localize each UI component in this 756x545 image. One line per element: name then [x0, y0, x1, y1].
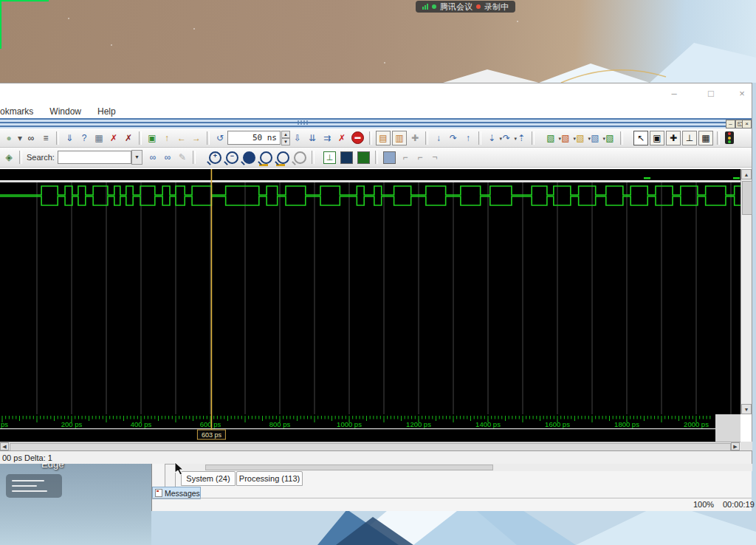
search-options-icon[interactable]: ✎	[175, 150, 190, 165]
toolbar-separator	[532, 131, 535, 145]
timeline-label: 2000 ps	[684, 420, 709, 428]
menu-help[interactable]: Help	[97, 106, 116, 117]
step-over-current-icon[interactable]: ↷▾	[499, 131, 514, 145]
now-line	[0, 428, 715, 429]
up-context-icon[interactable]: ↑	[159, 131, 174, 145]
menu-window[interactable]: Window	[49, 106, 81, 117]
zoom-sel-icon[interactable]	[294, 151, 306, 164]
search-down-icon[interactable]: ∞	[145, 150, 160, 165]
run-length-field[interactable]: 50 ns	[227, 131, 281, 145]
recording-dot-icon	[476, 4, 481, 9]
run-length-spinner[interactable]: ▲▼	[281, 131, 290, 145]
pane-header-bar[interactable]	[0, 118, 752, 129]
zoom-mode-icon[interactable]: ▣	[650, 131, 664, 145]
memory-icon[interactable]: ▦	[92, 131, 106, 145]
maximize-button[interactable]: □	[700, 87, 722, 100]
minimize-button[interactable]: –	[663, 87, 685, 100]
cursor-mode-icon[interactable]: ⊥	[682, 131, 697, 145]
save-icon[interactable]: ⇓	[62, 131, 77, 145]
back-icon[interactable]: ←	[174, 131, 189, 145]
step-into-current-icon[interactable]: ⇣▾	[484, 131, 499, 145]
bottom-status-bar: 100% 00:00:19	[152, 498, 752, 511]
stop-drivers-icon[interactable]	[725, 131, 734, 144]
break-icon[interactable]: ✗	[334, 131, 349, 145]
title-bar[interactable]: – □ ×	[0, 83, 752, 104]
tab-system[interactable]: System (24)	[181, 471, 236, 486]
run-all-icon[interactable]: ⇉	[320, 131, 334, 145]
cut-icon[interactable]: ✗	[106, 131, 121, 145]
expand-window-icon[interactable]: ◈	[1, 150, 16, 165]
step-out-icon[interactable]: ↑	[461, 131, 475, 145]
message-vertical-tab-label: Message	[165, 464, 166, 482]
step-out-current-icon[interactable]: ⇡	[514, 131, 529, 145]
restart-icon[interactable]: ↺	[213, 131, 227, 145]
timeline-label: 1600 ps	[545, 420, 570, 428]
add-schematic-icon[interactable]: ▧	[602, 131, 617, 145]
toolbar-wave: ◈Search:▼∞∞✎+−⊥⌐⌐¬	[0, 148, 752, 168]
zoom-full-icon[interactable]	[243, 151, 255, 164]
forward-icon[interactable]: →	[189, 131, 204, 145]
timeline-label: 400 ps	[131, 420, 152, 428]
waveform-canvas[interactable]: ps200 ps400 ps600 ps800 ps1000 ps1200 ps…	[0, 169, 740, 442]
scroll-right-arrow[interactable]: ▶	[731, 442, 740, 450]
pane-grip[interactable]	[297, 120, 309, 126]
next-rising-icon[interactable]: ¬	[427, 150, 442, 165]
compile-icon[interactable]: ?	[77, 131, 92, 145]
objects-icon[interactable]: ▥	[392, 131, 407, 145]
transcript-hscrollbar[interactable]	[177, 464, 752, 471]
zoom-range-icon[interactable]	[277, 151, 289, 164]
meeting-status-pill[interactable]: 腾讯会议 录制中	[416, 1, 515, 13]
add-log-icon[interactable]: ▧▾	[573, 131, 588, 145]
step-into-icon[interactable]: ↓	[431, 131, 446, 145]
add-dataflow-icon[interactable]: ▧▾	[588, 131, 602, 145]
toolbar-separator	[312, 151, 315, 164]
zoom-cursor-icon[interactable]	[260, 151, 272, 164]
transcript-scroll-thumb[interactable]	[205, 465, 493, 470]
screenshare-border-top	[0, 0, 49, 1]
zoom-in-icon[interactable]: +	[209, 151, 221, 164]
find-icon[interactable]: ∞	[24, 131, 38, 145]
tab-processing[interactable]: Processing (113)	[236, 471, 303, 486]
hand-mode-icon[interactable]: ✚	[408, 131, 422, 145]
run-continue-icon[interactable]: ⇊	[305, 131, 320, 145]
pane-close-button[interactable]: ×	[742, 120, 752, 128]
lock-cursor-icon[interactable]	[340, 151, 353, 164]
run-icon[interactable]: ⇩	[290, 131, 305, 145]
dropdown-caret-icon[interactable]: ▾	[16, 131, 24, 145]
pan-mode-icon[interactable]: ✚	[666, 131, 681, 145]
copy-env-icon[interactable]: ▣	[145, 131, 159, 145]
add-wave-icon[interactable]: ▧▾	[543, 131, 558, 145]
pane-minimize-button[interactable]: –	[726, 120, 735, 128]
edit-mode-icon[interactable]: ▦	[698, 131, 713, 145]
add-list-icon[interactable]: ▧▾	[558, 131, 573, 145]
insert-cursor-icon[interactable]: ⊥	[323, 151, 336, 164]
scroll-left-arrow[interactable]: ◀	[0, 442, 9, 450]
grid-mode-icon[interactable]	[383, 151, 396, 164]
desktop-widget[interactable]	[6, 474, 62, 498]
select-mode-icon[interactable]: ↖	[633, 131, 648, 145]
search-dropdown[interactable]: ▼	[131, 150, 142, 165]
wave-horizontal-scrollbar[interactable]: ◀ ▶	[0, 442, 740, 450]
scroll-up-arrow[interactable]: ▲	[741, 169, 752, 179]
scroll-down-arrow[interactable]: ▼	[741, 404, 752, 414]
delete-icon[interactable]: ✗	[121, 131, 136, 145]
history-icon[interactable]: ●	[1, 131, 16, 145]
wave-vertical-scrollbar[interactable]: ▲ ▼	[740, 169, 752, 414]
zoom-level: 100%	[693, 500, 714, 509]
delete-cursor-icon[interactable]	[357, 151, 370, 164]
toolbar-separator	[478, 131, 481, 145]
prev-transition-icon[interactable]: ⌐	[398, 150, 413, 165]
menu-bookmarks[interactable]: okmarks	[0, 106, 33, 117]
search-input[interactable]	[58, 151, 131, 164]
search-up-icon[interactable]: ∞	[160, 150, 175, 165]
recording-status: 录制中	[484, 1, 509, 13]
zoom-out-icon[interactable]: −	[226, 151, 238, 164]
step-over-icon[interactable]: ↷	[446, 131, 461, 145]
show-hierarchy-icon[interactable]: ≡	[38, 131, 53, 145]
stop-icon[interactable]: ▬	[351, 131, 364, 144]
timeline-corner	[715, 414, 740, 442]
next-falling-icon[interactable]: ⌐	[413, 150, 427, 165]
vertical-scroll-thumb[interactable]	[742, 181, 752, 215]
sources-icon[interactable]: ▤	[376, 131, 391, 145]
close-button[interactable]: ×	[731, 87, 753, 100]
